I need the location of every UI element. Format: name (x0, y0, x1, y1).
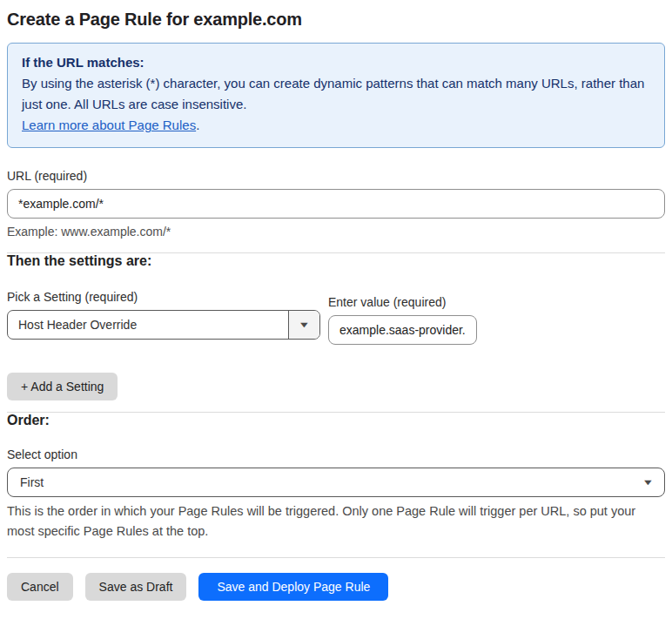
save-draft-button[interactable]: Save as Draft (85, 573, 187, 601)
pick-setting-label: Pick a Setting (required) (7, 290, 320, 304)
select-option-label: Select option (7, 447, 665, 461)
url-label: URL (required) (7, 169, 665, 183)
footer-actions: Cancel Save as Draft Save and Deploy Pag… (7, 573, 665, 601)
url-example-text: Example: www.example.com/* (7, 225, 665, 239)
section-divider (7, 557, 665, 558)
create-page-rule-form: Create a Page Rule for example.com If th… (0, 0, 672, 611)
cancel-button[interactable]: Cancel (7, 573, 73, 601)
url-section: URL (required) Example: www.example.com/… (7, 169, 665, 239)
enter-value-label: Enter value (required) (328, 295, 477, 309)
enter-value-column: Enter value (required) (328, 295, 477, 345)
chevron-down-icon: ▼ (642, 479, 654, 487)
chevron-down-icon: ▼ (298, 321, 310, 329)
pick-setting-value: Host Header Override (8, 311, 288, 339)
url-matches-info-box: If the URL matches: By using the asteris… (7, 43, 665, 148)
setting-value-input[interactable] (328, 315, 477, 345)
setting-row: Pick a Setting (required) Host Header Ov… (7, 290, 665, 345)
order-select[interactable]: First ▼ (7, 468, 665, 497)
save-deploy-button[interactable]: Save and Deploy Page Rule (198, 573, 388, 601)
settings-heading: Then the settings are: (7, 253, 665, 269)
info-box-body: By using the asterisk (*) character, you… (22, 73, 650, 115)
pick-setting-dropdown[interactable]: Host Header Override ▼ (7, 310, 320, 340)
page-title: Create a Page Rule for example.com (7, 10, 665, 30)
pick-setting-column: Pick a Setting (required) Host Header Ov… (7, 290, 320, 340)
order-heading: Order: (7, 413, 665, 428)
info-box-heading: If the URL matches: (22, 52, 650, 73)
add-setting-button[interactable]: + Add a Setting (7, 373, 118, 400)
info-box-link-line: Learn more about Page Rules. (22, 115, 650, 136)
dropdown-arrow-button[interactable]: ▼ (288, 311, 319, 339)
link-suffix: . (196, 118, 199, 132)
learn-more-link[interactable]: Learn more about Page Rules (22, 118, 196, 132)
order-help-text: This is the order in which your Page Rul… (7, 501, 665, 542)
url-input[interactable] (7, 189, 665, 219)
order-select-value: First (20, 475, 44, 489)
